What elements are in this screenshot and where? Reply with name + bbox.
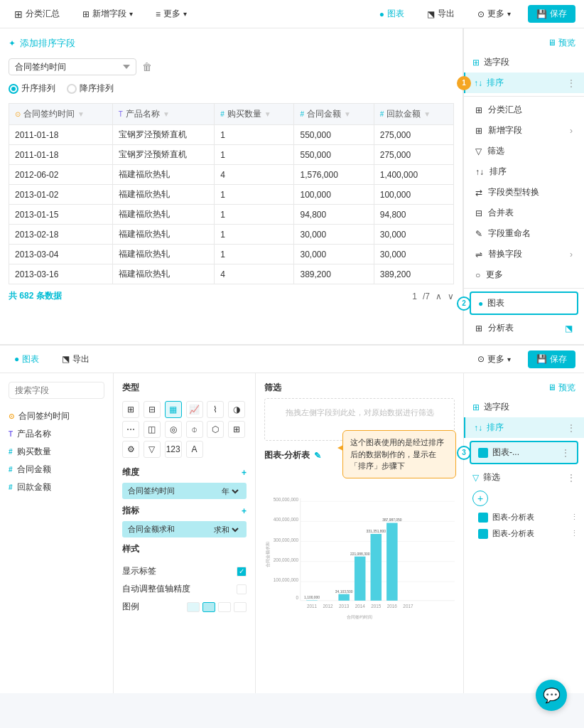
svg-text:1,100,000: 1,100,000 bbox=[304, 596, 320, 599]
chart-type-filter[interactable]: ▽ bbox=[144, 441, 161, 458]
sidebar-select-field-bottom[interactable]: ⊞ 选字段 bbox=[464, 397, 584, 417]
field-list-item[interactable]: ⊙ 合同签约时间 bbox=[9, 407, 104, 425]
chart-type-bar[interactable]: ▦ bbox=[165, 401, 182, 418]
chart-type-table[interactable]: ⊞ bbox=[122, 401, 139, 418]
dimension-tag: 合同签约时间 年 月 季 bbox=[122, 483, 247, 499]
menu-replace[interactable]: ⇌ 替换字段 › bbox=[464, 244, 584, 264]
asc-radio[interactable]: 升序排列 bbox=[9, 82, 55, 95]
classify-summary-btn[interactable]: ⊞ 分类汇总 bbox=[9, 5, 65, 23]
preview-link-top[interactable]: 🖥 预览 bbox=[548, 38, 575, 48]
chart-edit-icon[interactable]: ✎ bbox=[314, 451, 321, 461]
svg-rect-22 bbox=[386, 523, 398, 601]
chart-type-pie[interactable]: ◑ bbox=[228, 401, 245, 418]
more-btn[interactable]: ≡ 更多 ▾ bbox=[150, 5, 193, 23]
sub-item-chart2[interactable]: 图表-分析表 ⋮ bbox=[472, 525, 584, 542]
chart-type-radar[interactable]: ⬡ bbox=[207, 421, 224, 438]
chart-type-line[interactable]: 📈 bbox=[186, 401, 203, 418]
sort-field-select[interactable]: 合同签约时间 bbox=[9, 58, 136, 75]
add-field-icon: ⊞ bbox=[82, 9, 90, 19]
menu-merge-table[interactable]: ⊟ 合并表 bbox=[464, 203, 584, 223]
auto-adjust-checkbox[interactable] bbox=[237, 584, 247, 594]
sub-item-more1[interactable]: ⋮ bbox=[571, 513, 578, 522]
search-field-input[interactable] bbox=[9, 382, 104, 399]
menu-rename[interactable]: ✎ 字段重命名 bbox=[464, 223, 584, 244]
menu-more[interactable]: ○ 更多 bbox=[464, 264, 584, 285]
save-btn-top[interactable]: 💾 保存 bbox=[528, 5, 575, 23]
menu-add-field[interactable]: ⊞ 新增字段 › bbox=[464, 120, 584, 141]
more-btn-bottom[interactable]: ⊙ 更多 ▾ bbox=[472, 350, 517, 368]
menu-type-convert[interactable]: ⇄ 字段类型转换 bbox=[464, 182, 584, 203]
menu-rename-icon: ✎ bbox=[475, 229, 482, 239]
sub-item-more2[interactable]: ⋮ bbox=[571, 529, 578, 538]
chart-step-highlighted[interactable]: 图表-... ⋮ bbox=[470, 441, 578, 464]
field-list-item[interactable]: # 回款金额 bbox=[9, 478, 104, 496]
desc-radio[interactable]: 降序排列 bbox=[67, 82, 114, 95]
chart-type-gauge[interactable]: ◎ bbox=[165, 421, 182, 438]
sidebar-sort-active[interactable]: ↑↓ 排序 ⋮ bbox=[464, 73, 584, 93]
asc-radio-dot bbox=[9, 84, 18, 94]
col-header-qty[interactable]: # 购买数量 ▼ bbox=[215, 104, 294, 125]
chart-type-num[interactable]: 123 bbox=[165, 441, 182, 458]
more-btn-top[interactable]: ⊙ 更多 ▾ bbox=[472, 5, 517, 23]
show-label-checkbox[interactable]: ✓ bbox=[237, 567, 247, 577]
field-list-item[interactable]: # 合同金额 bbox=[9, 461, 104, 478]
filter-more-bottom[interactable]: ⋮ bbox=[567, 473, 575, 483]
menu-sort2[interactable]: ↑↓ 排序 bbox=[464, 161, 584, 182]
col-header-return[interactable]: # 回款金额 ▼ bbox=[374, 104, 453, 125]
chart-type-area[interactable]: ⌇ bbox=[207, 401, 224, 418]
prev-page-btn[interactable]: ∧ bbox=[436, 291, 442, 301]
dimension-granularity-select[interactable]: 年 月 季 bbox=[219, 486, 241, 496]
sidebar-sort-bottom[interactable]: ↑↓ 排序 ⋮ bbox=[464, 417, 584, 438]
float-action-btn[interactable]: 💬 bbox=[536, 680, 567, 711]
col-header-date[interactable]: ⊙ 合同签约时间 ▼ bbox=[9, 104, 113, 125]
col-header-amount[interactable]: # 合同金额 ▼ bbox=[294, 104, 374, 125]
sort-icon-bottom: ↑↓ bbox=[474, 423, 482, 433]
chart-type-funnel[interactable]: ⌽ bbox=[186, 421, 203, 438]
delete-sort-btn[interactable]: 🗑 bbox=[142, 61, 152, 73]
add-sort-btn[interactable]: 添加排序字段 bbox=[20, 37, 75, 50]
legend-icon1[interactable] bbox=[187, 602, 200, 612]
export-btn-bottom[interactable]: ⬔ 导出 bbox=[56, 350, 95, 368]
metric-add-icon[interactable]: + bbox=[242, 506, 247, 516]
preview-link-bottom[interactable]: 🖥 预览 bbox=[548, 382, 575, 392]
add-field-btn[interactable]: ⊞ 新增字段 ▾ bbox=[77, 5, 139, 23]
legend-icon4[interactable] bbox=[234, 602, 247, 612]
field-type-icon: ⊙ bbox=[9, 412, 14, 420]
chart-title: 图表-分析表 bbox=[264, 449, 310, 461]
chart-btn-bottom[interactable]: ● 图表 bbox=[9, 350, 45, 368]
chart-step-more[interactable]: ⋮ bbox=[561, 448, 570, 458]
add-step-btn[interactable]: + bbox=[472, 491, 488, 506]
svg-rect-16 bbox=[338, 594, 350, 601]
more-dots-bottom[interactable]: ⋮ bbox=[567, 423, 575, 433]
chart-type-more[interactable]: ⊞ bbox=[228, 421, 245, 438]
left-panel: ⊙ 合同签约时间T 产品名称# 购买数量# 合同金额# 回款金额 bbox=[0, 373, 114, 693]
metric-agg-select[interactable]: 求和 平均 计数 bbox=[211, 525, 241, 535]
save-btn-bottom[interactable]: 💾 保存 bbox=[528, 350, 575, 368]
col-sort-icon5: ▼ bbox=[423, 110, 431, 118]
chart-type-kpi[interactable]: ⚙ bbox=[122, 441, 139, 458]
sidebar-filter-bottom[interactable]: ▽ 筛选 ⋮ bbox=[464, 467, 584, 488]
sub-item-chart1[interactable]: 图表-分析表 ⋮ bbox=[472, 509, 584, 525]
menu-chart-highlighted[interactable]: ● 图表 bbox=[470, 291, 578, 315]
menu-filter[interactable]: ▽ 筛选 bbox=[464, 141, 584, 161]
chart-type-text[interactable]: A bbox=[186, 441, 203, 458]
more-dots-sidebar[interactable]: ⋮ bbox=[567, 78, 575, 88]
legend-icon2[interactable] bbox=[202, 602, 215, 612]
chart-type-pivot[interactable]: ⊟ bbox=[144, 401, 161, 418]
col-header-product[interactable]: T 产品名称 ▼ bbox=[112, 104, 214, 125]
dimension-add-icon[interactable]: + bbox=[242, 468, 247, 478]
field-list-item[interactable]: # 购买数量 bbox=[9, 443, 104, 461]
style-title: 样式 bbox=[122, 543, 247, 555]
chart-btn-top[interactable]: ● 图表 bbox=[374, 5, 410, 23]
chart-type-map[interactable]: ◫ bbox=[144, 421, 161, 438]
legend-icon3[interactable] bbox=[218, 602, 231, 612]
menu-classify-summary[interactable]: ⊞ 分类汇总 bbox=[464, 100, 584, 120]
sidebar-select-field[interactable]: ⊞ 选字段 bbox=[464, 52, 584, 73]
sort-header: ✦ 添加排序字段 bbox=[9, 37, 454, 50]
export-btn-top[interactable]: ⬔ 导出 bbox=[421, 5, 460, 23]
field-list-item[interactable]: T 产品名称 bbox=[9, 425, 104, 443]
chart-type-scatter[interactable]: ⋯ bbox=[122, 421, 139, 438]
menu-analysis-table[interactable]: ⊞ 分析表 ⬔ bbox=[464, 318, 584, 338]
next-page-btn[interactable]: ∨ bbox=[448, 291, 454, 301]
chart-icon-top: ● bbox=[379, 9, 384, 19]
